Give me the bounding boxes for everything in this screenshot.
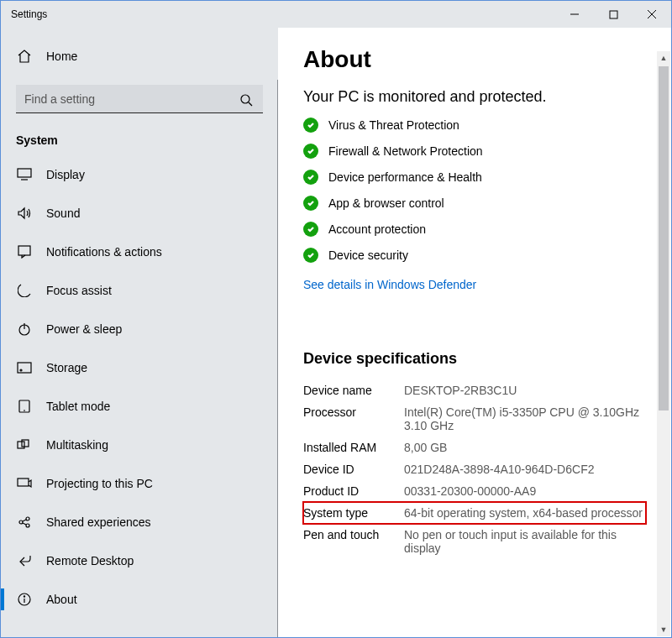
page-title: About xyxy=(303,46,646,73)
sidebar-category: System xyxy=(1,122,278,155)
titlebar: Settings xyxy=(1,1,671,28)
protection-label: Virus & Threat Protection xyxy=(328,118,459,132)
scroll-up-icon[interactable]: ▲ xyxy=(657,51,670,65)
protection-item: App & browser control xyxy=(303,196,646,211)
minimize-button[interactable] xyxy=(555,1,594,28)
sidebar-item-label: Remote Desktop xyxy=(46,554,134,567)
specs-table: Device nameDESKTOP-2RB3C1U ProcessorInte… xyxy=(303,379,646,559)
spec-row-device-name: Device nameDESKTOP-2RB3C1U xyxy=(303,379,646,401)
svg-rect-16 xyxy=(22,440,29,447)
sidebar-item-label: Tablet mode xyxy=(46,400,110,413)
remote-desktop-icon xyxy=(16,552,33,569)
sidebar-item-remote-desktop[interactable]: Remote Desktop xyxy=(1,541,278,580)
protection-label: App & browser control xyxy=(328,196,444,210)
window-controls xyxy=(555,1,671,28)
svg-rect-8 xyxy=(18,246,30,255)
svg-rect-17 xyxy=(18,478,29,486)
spec-key: Device ID xyxy=(303,463,404,476)
protection-label: Device performance & Health xyxy=(328,170,482,184)
check-icon xyxy=(303,118,318,133)
protection-item: Account protection xyxy=(303,222,646,237)
protection-heading: Your PC is monitored and protected. xyxy=(303,88,646,106)
protection-item: Device performance & Health xyxy=(303,170,646,185)
svg-rect-1 xyxy=(610,11,617,18)
scrollbar[interactable]: ▲ ▼ xyxy=(657,51,670,636)
spec-row-product-id: Product ID00331-20300-00000-AA9 xyxy=(303,480,646,502)
svg-point-18 xyxy=(19,520,23,524)
sidebar-item-storage[interactable]: Storage xyxy=(1,348,278,387)
projecting-icon xyxy=(16,475,33,492)
protection-item: Firewall & Network Protection xyxy=(303,144,646,159)
home-icon xyxy=(16,48,33,65)
svg-rect-6 xyxy=(18,169,31,177)
protection-item: Device security xyxy=(303,248,646,263)
sidebar-item-label: About xyxy=(46,593,77,606)
check-icon xyxy=(303,170,318,185)
check-icon xyxy=(303,248,318,263)
close-button[interactable] xyxy=(633,1,671,28)
svg-line-22 xyxy=(23,523,26,525)
spec-value: 8,00 GB xyxy=(404,441,646,454)
about-icon xyxy=(16,591,33,608)
maximize-button[interactable] xyxy=(594,1,633,28)
sidebar-item-label: Projecting to this PC xyxy=(46,477,153,490)
search-wrap xyxy=(16,85,263,113)
tablet-icon xyxy=(16,398,33,415)
sidebar-item-label: Notifications & actions xyxy=(46,245,162,259)
spec-value: 021D248A-3898-4A10-964D-D6CF2 xyxy=(404,463,646,476)
sidebar-item-notifications[interactable]: Notifications & actions xyxy=(1,233,278,271)
scroll-down-icon[interactable]: ▼ xyxy=(657,623,670,636)
sidebar-item-label: Focus assist xyxy=(46,284,112,297)
spec-row-device-id: Device ID021D248A-3898-4A10-964D-D6CF2 xyxy=(303,458,646,480)
sidebar-item-shared-experiences[interactable]: Shared experiences xyxy=(1,503,278,541)
spec-key: Product ID xyxy=(303,484,404,498)
spec-row-processor: ProcessorIntel(R) Core(TM) i5-3350P CPU … xyxy=(303,401,646,437)
spec-value: Intel(R) Core(TM) i5-3350P CPU @ 3.10GHz… xyxy=(404,405,646,432)
svg-point-20 xyxy=(26,524,29,527)
sidebar-home-label: Home xyxy=(46,50,77,63)
svg-point-12 xyxy=(20,369,22,371)
sidebar-item-about[interactable]: About xyxy=(1,580,278,619)
focus-assist-icon xyxy=(16,282,33,299)
sidebar-item-multitasking[interactable]: Multitasking xyxy=(1,426,278,464)
spec-value: 64-bit operating system, x64-based proce… xyxy=(404,506,646,520)
protection-list: Virus & Threat Protection Firewall & Net… xyxy=(303,118,646,263)
sidebar-item-label: Shared experiences xyxy=(46,515,151,529)
spec-key: Pen and touch xyxy=(303,528,404,541)
sound-icon xyxy=(16,205,33,222)
check-icon xyxy=(303,196,318,211)
sidebar-item-sound[interactable]: Sound xyxy=(1,194,278,233)
main-panel: About Your PC is monitored and protected… xyxy=(278,28,671,637)
svg-point-19 xyxy=(26,517,29,520)
spec-value: 00331-20300-00000-AA9 xyxy=(404,484,646,498)
check-icon xyxy=(303,144,318,159)
svg-line-5 xyxy=(249,102,252,106)
multitasking-icon xyxy=(16,437,33,453)
display-icon xyxy=(16,166,33,183)
spec-value: No pen or touch input is available for t… xyxy=(404,528,646,555)
svg-point-4 xyxy=(241,95,249,103)
scroll-thumb[interactable] xyxy=(659,66,669,411)
sidebar-item-label: Sound xyxy=(46,207,80,220)
sidebar-item-power-sleep[interactable]: Power & sleep xyxy=(1,310,278,348)
sidebar-home[interactable]: Home xyxy=(1,39,278,73)
svg-line-21 xyxy=(23,520,26,521)
protection-item: Virus & Threat Protection xyxy=(303,118,646,133)
sidebar-item-display[interactable]: Display xyxy=(1,155,278,194)
sidebar: Home System Display Sound Notifications … xyxy=(1,28,278,637)
sidebar-item-label: Power & sleep xyxy=(46,322,122,336)
defender-link[interactable]: See details in Windows Defender xyxy=(303,278,476,291)
spec-key: Processor xyxy=(303,405,404,419)
sidebar-item-projecting[interactable]: Projecting to this PC xyxy=(1,464,278,503)
sidebar-item-focus-assist[interactable]: Focus assist xyxy=(1,271,278,310)
check-icon xyxy=(303,222,318,237)
sidebar-item-tablet-mode[interactable]: Tablet mode xyxy=(1,387,278,426)
search-icon xyxy=(238,92,255,108)
sidebar-item-label: Multitasking xyxy=(46,438,108,452)
specs-heading: Device specifications xyxy=(303,350,646,368)
spec-key: System type xyxy=(303,506,404,520)
power-icon xyxy=(16,321,33,337)
shared-icon xyxy=(16,514,33,531)
search-input[interactable] xyxy=(16,85,263,113)
window-title: Settings xyxy=(11,8,47,20)
